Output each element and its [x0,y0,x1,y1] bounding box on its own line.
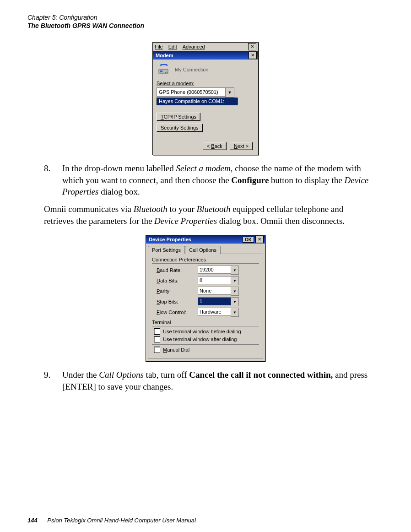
menu-file[interactable]: File [155,44,163,49]
flow-control-label: Flow Control: [152,309,198,315]
page-footer: 144 Psion Teklogix Omnii Hand-Held Compu… [27,517,196,524]
para-em2: Bluetooth [197,204,231,214]
footer-text: Psion Teklogix Omnii Hand-Held Computer … [47,517,196,524]
flow-control-value: Hardware [198,308,231,316]
checkbox-terminal-after[interactable]: Use terminal window after dialing [154,336,259,342]
para-em1: Bluetooth [134,204,168,214]
checkbox-terminal-before[interactable]: Use terminal window before dialing [154,328,259,335]
menu-bar: File Edit Advanced ✕ [153,43,258,51]
ok-button[interactable]: OK [243,237,254,243]
chevron-down-icon[interactable]: ▼ [231,287,239,296]
step-8-strong: Configure [231,175,269,185]
group-terminal: Terminal [152,320,259,326]
checkbox-icon[interactable] [154,347,160,353]
checkbox-manual-dial[interactable]: Manual Dial [154,347,259,353]
next-button[interactable]: Next > [230,142,253,150]
page-number: 144 [27,517,38,524]
select-modem-label: Select a modem: [157,81,254,86]
back-button[interactable]: < Back [203,142,227,150]
checkbox-icon[interactable] [154,328,160,335]
modem-window: File Edit Advanced ✕ Modem ✕ [152,42,259,155]
step-8-text-a: In the drop-down menu labelled [62,163,176,173]
tab-port-settings[interactable]: Port Settings [148,246,185,254]
tab-panel: Connection Preferences Baud Rate: 19200 … [148,254,263,358]
chevron-down-icon[interactable]: ▼ [231,276,239,285]
body-paragraph: Omnii communicates via Bluetooth to your… [44,203,375,227]
step-8-em1: Select a modem [176,163,231,173]
data-bits-combo[interactable]: 8 ▼ [198,276,239,285]
modem-title: Modem [156,53,173,58]
chevron-down-icon[interactable]: ▼ [231,297,239,306]
menu-edit[interactable]: Edit [168,44,177,49]
step-8: 8. In the drop-down menu labelled Select… [44,163,375,198]
step-8-number: 8. [44,163,62,198]
step-8-text-c: button to display the [269,175,344,185]
para-b: to your [168,204,197,214]
close-icon[interactable]: ✕ [248,43,256,50]
checkbox-manual-dial-label: Manual Dial [163,347,189,353]
stop-bits-combo[interactable]: 1 ▼ [198,297,239,306]
data-bits-value: 8 [198,276,231,284]
step-9-text-b: tab, turn off [144,370,189,380]
stop-bits-label: Stop Bits: [152,299,198,304]
step-9-text-a: Under the [62,370,99,380]
modem-titlebar: Modem ✕ [153,51,258,60]
step-9-number: 9. [44,369,62,392]
close-icon[interactable]: ✕ [255,236,264,243]
checkbox-icon[interactable] [154,336,160,342]
menu-advanced[interactable]: Advanced [183,44,205,49]
devprops-title: Device Properties [149,237,191,242]
baud-rate-combo[interactable]: 19200 ▼ [198,266,239,275]
checkbox-terminal-after-label: Use terminal window after dialing [163,337,237,342]
header-chapter: Chapter 5: Configuration [27,14,384,21]
step-9-em1: Call Options [99,370,144,380]
checkbox-terminal-before-label: Use terminal window before dialing [163,329,241,334]
device-properties-window: Device Properties OK ✕ Port Settings Cal… [146,235,265,362]
svg-point-2 [165,72,166,73]
flow-control-combo[interactable]: Hardware ▼ [198,308,239,317]
security-settings-button[interactable]: Security Settings [157,124,203,132]
modem-combo-value: GPS Phone (0060570501) [157,87,225,97]
baud-rate-value: 19200 [198,266,231,274]
close-icon[interactable]: ✕ [249,52,257,59]
svg-rect-1 [160,71,162,72]
step-8-text-d: dialog box. [99,187,140,196]
stop-bits-value: 1 [198,297,231,305]
baud-rate-label: Baud Rate: [152,267,198,273]
chevron-down-icon[interactable]: ▼ [231,308,239,317]
tcpip-settings-button[interactable]: TCP/IP Settings [157,113,200,121]
chevron-down-icon[interactable]: ▼ [231,266,239,275]
parity-combo[interactable]: None ▼ [198,287,239,296]
step-9: 9. Under the Call Options tab, turn off … [44,369,375,392]
parity-value: None [198,287,231,295]
modem-combo-option[interactable]: Hayes Compatible on COM1: [157,98,238,105]
modem-combo[interactable]: GPS Phone (0060570501) ▼ [157,87,234,98]
svg-point-3 [167,72,168,73]
para-em3: Device Properties [154,216,217,226]
para-d: dialog box. Omnii then disconnects. [217,216,345,226]
group-connection-preferences: Connection Preferences [152,257,259,264]
devprops-titlebar: Device Properties OK ✕ [146,235,265,244]
data-bits-label: Data Bits: [152,278,198,283]
header-section: The Bluetooth GPRS WAN Connection [27,22,384,29]
tab-call-options[interactable]: Call Options [185,246,221,254]
para-a: Omnii communicates via [44,204,134,214]
modem-icon [157,64,170,75]
chevron-down-icon[interactable]: ▼ [225,87,234,98]
parity-label: Parity: [152,288,198,294]
connection-name: My Connection [175,67,208,72]
step-9-strong: Cancel the call if not connected within, [189,370,333,380]
